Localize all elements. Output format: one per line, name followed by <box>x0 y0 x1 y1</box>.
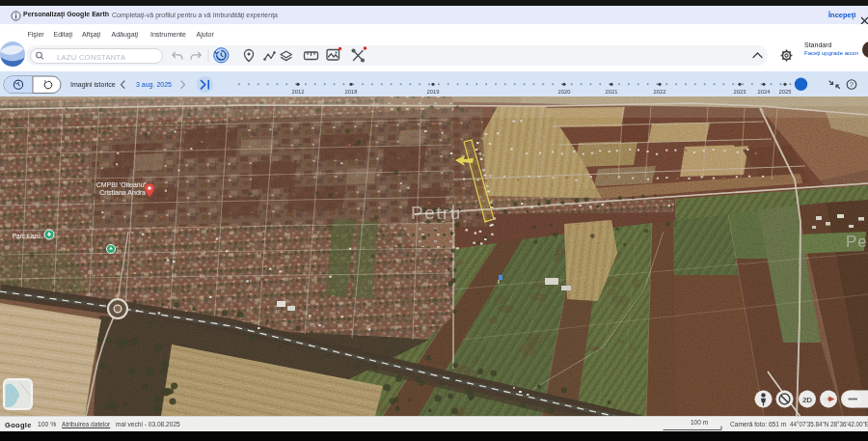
svg-text:2023: 2023 <box>734 89 746 95</box>
svg-text:2020: 2020 <box>558 89 571 95</box>
svg-text:2025: 2025 <box>779 89 792 95</box>
svg-text:2018: 2018 <box>345 89 358 95</box>
svg-text:2022: 2022 <box>654 89 666 95</box>
svg-text:2012: 2012 <box>292 89 305 95</box>
svg-text:?: ? <box>850 81 854 88</box>
svg-text:2019: 2019 <box>427 89 440 95</box>
svg-text:2024: 2024 <box>758 89 772 95</box>
svg-text:2021: 2021 <box>606 89 618 95</box>
